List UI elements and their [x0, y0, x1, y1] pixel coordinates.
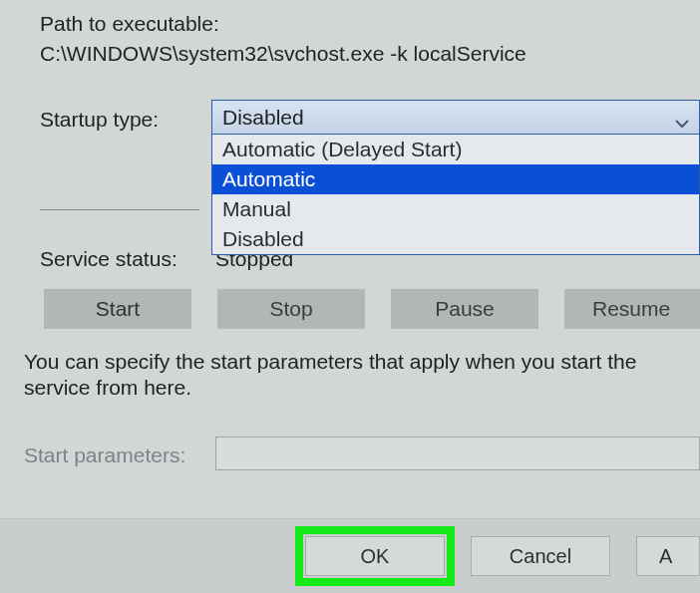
cancel-button[interactable]: Cancel: [471, 536, 610, 576]
divider: [40, 209, 199, 210]
startup-option-manual[interactable]: Manual: [212, 194, 699, 224]
service-status-label: Service status:: [40, 247, 177, 271]
startup-type-list: Automatic (Delayed Start) Automatic Manu…: [212, 135, 699, 254]
apply-button[interactable]: A: [636, 536, 700, 576]
start-parameters-label: Start parameters:: [24, 444, 185, 467]
pause-button[interactable]: Pause: [391, 289, 538, 329]
startup-type-selected-text: Disabled: [222, 106, 304, 129]
startup-option-delayed[interactable]: Automatic (Delayed Start): [212, 135, 699, 164]
start-button[interactable]: Start: [44, 289, 191, 329]
startup-option-automatic[interactable]: Automatic: [212, 164, 699, 194]
path-executable-label: Path to executable:: [40, 12, 219, 36]
service-properties-dialog: Path to executable: C:\WINDOWS\system32\…: [0, 0, 700, 593]
startup-type-selected[interactable]: Disabled: [212, 101, 699, 135]
ok-button[interactable]: OK: [305, 536, 445, 576]
startup-type-dropdown[interactable]: Disabled Automatic (Delayed Start) Autom…: [211, 100, 700, 255]
info-text: You can specify the start parameters tha…: [24, 349, 700, 402]
startup-option-disabled[interactable]: Disabled: [212, 224, 699, 254]
stop-button[interactable]: Stop: [217, 289, 365, 329]
path-executable-value: C:\WINDOWS\system32\svchost.exe -k local…: [40, 42, 526, 66]
startup-type-label: Startup type:: [40, 108, 159, 132]
resume-button[interactable]: Resume: [564, 289, 700, 329]
chevron-down-icon: [673, 109, 691, 127]
start-parameters-input[interactable]: [215, 437, 700, 470]
